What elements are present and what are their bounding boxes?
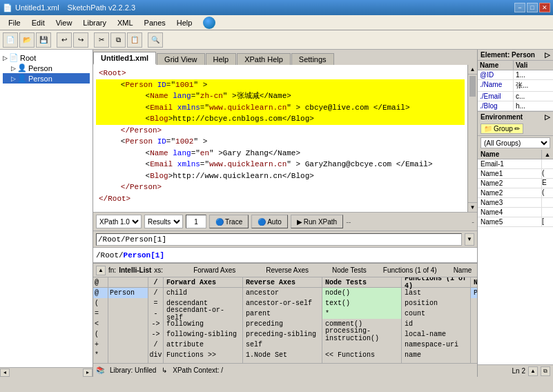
name-list-item-name2b[interactable]: Name2 (	[478, 188, 553, 198]
element-expand-icon[interactable]: ▷	[545, 51, 550, 59]
name-list-item-email1[interactable]: Email-1	[478, 159, 553, 169]
tree-item-person2[interactable]: ▷ 👤 Person	[3, 73, 90, 84]
ln-copy-btn[interactable]: ⧉	[541, 366, 550, 376]
run-xpath-button[interactable]: ▶ Run XPath	[291, 215, 343, 228]
open-button[interactable]: 📂	[19, 32, 35, 48]
func-cell-3[interactable]: count	[402, 308, 470, 319]
menu-xml[interactable]: XML	[112, 17, 139, 28]
tree-hscroll[interactable]: ◂ ▸	[0, 367, 93, 377]
scroll-thumb[interactable]	[469, 76, 476, 97]
fn-col: @ @ ( = < ( + *	[93, 277, 108, 363]
tab-help[interactable]: Help	[206, 53, 237, 65]
name-list-item-name4[interactable]: Name4	[478, 208, 553, 217]
forward-functions-btn[interactable]: Functions >>	[164, 350, 242, 360]
xs-cell-7[interactable]: div	[148, 350, 163, 360]
cut-button[interactable]: ✂	[94, 32, 109, 48]
tree-item-root[interactable]: ▷ 📄 Root	[3, 52, 90, 63]
func-cell-2[interactable]: position	[402, 298, 470, 308]
tab-settings[interactable]: Settings	[291, 53, 334, 65]
forward-cell-3[interactable]: descendant-or-self	[164, 308, 242, 319]
xs-cell-3[interactable]: -	[148, 308, 163, 319]
bottom-up-btn[interactable]: ▲	[96, 266, 106, 275]
xml-content[interactable]: <Root> <Person ID="1001" > <Name lang="z…	[93, 65, 467, 212]
xs-cell-2[interactable]: =	[148, 298, 163, 308]
xpath-result-input[interactable]	[96, 233, 462, 246]
menu-view[interactable]: View	[50, 17, 78, 28]
fn-cell-5[interactable]: (	[93, 329, 108, 340]
xs-cell-5[interactable]: ->	[148, 329, 163, 340]
tab-xpathhelp[interactable]: XPath Help	[237, 53, 291, 65]
func-cell-6[interactable]: namespace-uri	[402, 340, 470, 350]
xs-cell-6[interactable]: /	[148, 340, 163, 350]
nodetest-cell-3[interactable]: *	[322, 308, 401, 319]
scroll-up-btn[interactable]: ▲	[468, 65, 477, 75]
tree-item-person1[interactable]: ▷ 👤 Person	[3, 63, 90, 73]
all-groups-select[interactable]: (All Groups)	[481, 137, 550, 148]
intelli-val-1[interactable]: Person	[108, 288, 148, 298]
name-list-item-name5[interactable]: Name5 [	[478, 217, 553, 227]
auto-button[interactable]: 🔵 Auto	[251, 215, 288, 228]
name-list-item-name1[interactable]: Name1 (	[478, 169, 553, 179]
result-dropdown-btn[interactable]: ▼	[465, 233, 474, 246]
search-button[interactable]: 🔍	[148, 32, 163, 48]
reverse-header-cell: Reverse Axes	[243, 277, 322, 288]
undo-button[interactable]: ↩	[57, 32, 72, 48]
fn-cell-1[interactable]: @	[93, 288, 108, 298]
trace-button[interactable]: 🔵 Trace	[209, 215, 249, 228]
menu-panes[interactable]: Panes	[139, 17, 171, 28]
menu-library[interactable]: Library	[77, 17, 112, 28]
restore-button[interactable]: □	[527, 3, 538, 12]
scroll-track	[468, 75, 477, 202]
env-expand-icon[interactable]: ▷	[545, 113, 550, 121]
name-list-sort-header[interactable]: ▲	[542, 150, 553, 159]
func-cell-7[interactable]: name	[402, 350, 470, 360]
forward-cell-1[interactable]: child	[164, 288, 242, 298]
xml-vscroll[interactable]: ▲ ▼	[467, 65, 477, 212]
name-list-item-name3[interactable]: Name3	[478, 198, 553, 208]
tab-xml[interactable]: Untitled1.xml	[93, 52, 156, 65]
xs-cell-1[interactable]: /	[148, 288, 163, 298]
reverse-cell-1[interactable]: ancestor	[243, 288, 322, 298]
name-list-item-name2a[interactable]: Name2 E	[478, 179, 553, 188]
xpath-results-select[interactable]: Results	[144, 215, 183, 228]
scroll-left-btn[interactable]: ◂	[0, 369, 10, 377]
menu-help[interactable]: Help	[171, 17, 198, 28]
fn-cell-3[interactable]: =	[93, 308, 108, 319]
name-result-7	[471, 350, 477, 360]
nodetest-cell-1[interactable]: node()	[322, 288, 401, 298]
menu-edit[interactable]: Edit	[26, 17, 50, 28]
group-edit-icon[interactable]: ✏	[514, 125, 520, 133]
fn-cell-2[interactable]: (	[93, 298, 108, 308]
paste-button[interactable]: 📋	[127, 32, 142, 48]
forward-cell-5[interactable]: following-sibling	[164, 329, 242, 340]
reverse-cell-3[interactable]: parent	[243, 308, 322, 319]
menu-file[interactable]: File	[3, 17, 26, 28]
nodetest-cell-5[interactable]: processing-instruction()	[322, 329, 401, 340]
xpath-version-select[interactable]: XPath 1.0	[96, 215, 142, 228]
scroll-down-btn[interactable]: ▼	[468, 202, 477, 212]
reverse-cell-5[interactable]: preceding-sibling	[243, 329, 322, 340]
xs-cell-4[interactable]: ->	[148, 319, 163, 329]
nodetest-functions-btn[interactable]: << Functions	[322, 350, 401, 360]
fn-cell-6[interactable]: +	[93, 340, 108, 350]
save-button[interactable]: 💾	[36, 32, 51, 48]
nodetest-cell-2[interactable]: text()	[322, 298, 401, 308]
forward-cell-6[interactable]: attribute	[164, 340, 242, 350]
tab-gridview[interactable]: Grid View	[157, 53, 204, 65]
ln-up-btn[interactable]: ▲	[528, 366, 538, 376]
fn-cell-7[interactable]: *	[93, 350, 108, 360]
reverse-nodeset-btn[interactable]: 1.Node Set	[243, 350, 322, 360]
scroll-right-btn[interactable]: ▸	[83, 369, 93, 377]
minimize-button[interactable]: −	[514, 3, 525, 12]
xpath-page-input[interactable]	[186, 215, 206, 228]
copy-button[interactable]: ⧉	[110, 32, 126, 48]
redo-button[interactable]: ↪	[73, 32, 88, 48]
func-cell-4[interactable]: id	[402, 319, 470, 329]
reverse-cell-4[interactable]: preceding	[243, 319, 322, 329]
reverse-cell-6[interactable]: self	[243, 340, 322, 350]
fn-cell-4[interactable]: <	[93, 319, 108, 329]
func-cell-5[interactable]: local-name	[402, 329, 470, 340]
reverse-cell-2[interactable]: ancestor-or-self	[243, 298, 322, 308]
close-button[interactable]: ✕	[539, 3, 550, 12]
new-button[interactable]: 📄	[3, 32, 18, 48]
